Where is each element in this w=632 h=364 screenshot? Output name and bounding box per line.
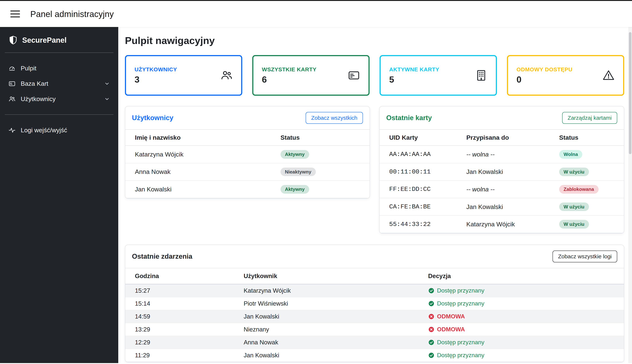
sidebar-item-pulpit[interactable]: Pulpit [0, 60, 118, 76]
stat-card-active-cards: AKTYWNE KARTY 5 [380, 55, 497, 96]
event-user: Katarzyna Wójcik [240, 284, 424, 297]
x-circle-icon [428, 313, 434, 320]
card-uid: FF:EE:DD:CC [380, 180, 462, 198]
status-badge: W użyciu [559, 202, 589, 211]
stat-card-access-denied: ODMOWY DOSTĘPU 0 [507, 55, 624, 96]
sidebar-nav: Pulpit Baza Kart Użytkown [0, 60, 118, 106]
sidebar-item-label: Logi wejść/wyjść [21, 126, 67, 134]
warning-icon [602, 69, 615, 82]
decision-text: Dostęp przyznany [437, 352, 484, 359]
event-time: 13:29 [125, 323, 240, 336]
brand-name: SecurePanel [22, 36, 66, 44]
chevron-down-icon [104, 96, 110, 102]
table-row: 55:44:33:22 Katarzyna Wójcik W użyciu [380, 216, 624, 233]
column-header: Decyzja [424, 268, 624, 284]
sidebar-item-baza-kart[interactable]: Baza Kart [0, 76, 118, 91]
view-all-users-button[interactable]: Zobacz wszystkich [306, 112, 363, 124]
column-header: Godzina [125, 268, 240, 284]
x-circle-icon [428, 326, 434, 332]
stat-value: 6 [262, 74, 316, 85]
decision-text: ODMOWA [437, 313, 465, 320]
activity-icon [8, 127, 16, 134]
column-header: Użytkownik [240, 268, 424, 284]
event-time: 11:29 [125, 349, 240, 362]
building-icon [475, 69, 487, 82]
table-row: Jan Kowalski Aktywny [125, 180, 370, 198]
scrollbar-thumb[interactable] [629, 32, 632, 154]
stat-card-users: UŻYTKOWNICY 3 [125, 55, 242, 96]
dashboard-icon [8, 65, 16, 72]
user-name: Jan Kowalski [125, 180, 277, 198]
decision-text: ODMOWA [437, 326, 465, 333]
view-all-logs-button[interactable]: Zobacz wszystkie logi [552, 250, 617, 262]
cards-panel: Ostatnie karty Zarządzaj kartami UID Kar… [379, 106, 624, 234]
card-icon [8, 80, 16, 87]
event-time: 15:27 [125, 284, 240, 297]
card-icon [348, 69, 360, 82]
vertical-scrollbar[interactable] [628, 27, 632, 363]
table-row: 15:14 Piotr Wiśniewski Dostęp przyznany [125, 297, 624, 310]
decision-text: Dostęp przyznany [437, 300, 484, 307]
check-circle-icon [428, 352, 434, 358]
status-badge: W użyciu [559, 220, 589, 228]
card-assigned: -- wolna -- [462, 146, 555, 163]
menu-toggle-button[interactable] [10, 10, 20, 17]
column-header: Przypisana do [462, 130, 555, 146]
event-user: Anna Nowak [240, 336, 424, 349]
event-user: Jan Kowalski [240, 349, 424, 362]
cards-table: UID Karty Przypisana do Status AA:AA:AA:… [380, 129, 624, 233]
decision-text: Dostęp przyznany [437, 287, 484, 294]
card-uid: AA:AA:AA:AA [380, 146, 462, 163]
card-uid: 55:44:33:22 [380, 216, 462, 233]
main-content: Pulpit nawigacyjny UŻYTKOWNICY 3 WSZYSTK… [118, 27, 632, 363]
events-panel: Ostatnie zdarzenia Zobacz wszystkie logi… [125, 245, 624, 362]
events-table: Godzina Użytkownik Decyzja 15:27 Katarzy… [125, 268, 624, 362]
table-header-row: UID Karty Przypisana do Status [380, 130, 624, 146]
sidebar-item-uzytkownicy[interactable]: Użytkownicy [0, 91, 118, 106]
decision-granted: Dostęp przyznany [428, 300, 620, 307]
brand: SecurePanel [0, 36, 118, 45]
topbar: Panel administracyjny [0, 0, 632, 27]
card-assigned: Jan Kowalski [462, 163, 555, 181]
column-header: UID Karty [380, 130, 462, 146]
sidebar-item-logi[interactable]: Logi wejść/wyjść [0, 122, 118, 138]
table-header-row: Godzina Użytkownik Decyzja [125, 268, 624, 284]
chevron-down-icon [104, 81, 110, 86]
user-name: Katarzyna Wójcik [125, 146, 277, 163]
sidebar-divider [5, 114, 114, 115]
shield-icon [8, 36, 18, 45]
users-panel: Użytkownicy Zobacz wszystkich Imię i naz… [125, 106, 370, 199]
table-row: Katarzyna Wójcik Aktywny [125, 146, 370, 163]
table-header-row: Imię i nazwisko Status [125, 130, 370, 146]
stat-label: AKTYWNE KARTY [389, 66, 439, 72]
users-table: Imię i nazwisko Status Katarzyna Wójcik … [125, 129, 370, 198]
event-time: 15:14 [125, 297, 240, 310]
stat-label: WSZYSTKIE KARTY [262, 66, 316, 72]
event-user: Piotr Wiśniewski [240, 297, 424, 310]
status-badge: Zablokowana [559, 185, 598, 194]
stat-value: 3 [134, 74, 177, 85]
decision-denied: ODMOWA [428, 326, 620, 333]
cards-panel-title: Ostatnie karty [386, 114, 432, 122]
sidebar-item-label: Baza Kart [21, 80, 48, 87]
manage-cards-button[interactable]: Zarządzaj kartami [562, 112, 617, 124]
card-uid: CA:FE:BA:BE [380, 198, 462, 216]
table-row: 11:29 Jan Kowalski Dostęp przyznany [125, 349, 624, 362]
column-header: Imię i nazwisko [125, 130, 277, 146]
event-user: Nieznany [240, 323, 424, 336]
stat-label: UŻYTKOWNICY [134, 66, 177, 72]
users-icon [8, 96, 16, 102]
table-row: 15:27 Katarzyna Wójcik Dostęp przyznany [125, 284, 624, 297]
users-icon [220, 69, 233, 82]
status-badge: Nieaktywny [280, 168, 316, 176]
event-user: Jan Kowalski [240, 310, 424, 323]
event-time: 12:29 [125, 336, 240, 349]
stat-card-all-cards: WSZYSTKIE KARTY 6 [252, 55, 370, 96]
table-row: 13:29 Nieznany ODMOWA [125, 323, 624, 336]
decision-granted: Dostęp przyznany [428, 352, 620, 359]
decision-granted: Dostęp przyznany [428, 339, 620, 346]
card-assigned: Katarzyna Wójcik [462, 216, 555, 233]
column-header: Status [277, 130, 370, 146]
decision-granted: Dostęp przyznany [428, 287, 620, 294]
decision-denied: ODMOWA [428, 313, 620, 320]
